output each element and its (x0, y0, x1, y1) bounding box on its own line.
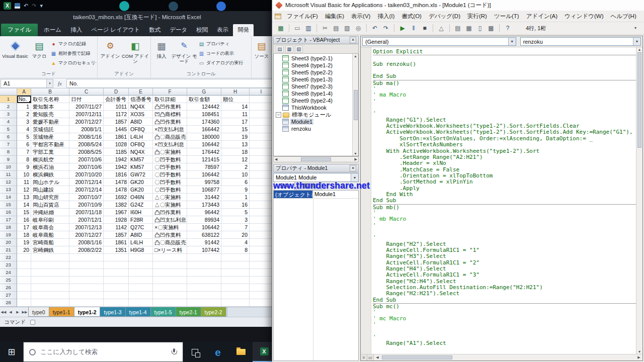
scrollbar-thumb[interactable] (382, 355, 452, 359)
tree-item[interactable]: Module1 (274, 118, 352, 125)
vba-menu-item[interactable]: 書式(O) (398, 11, 425, 22)
tree-expander-icon[interactable]: − (276, 112, 281, 118)
relative-reference-button[interactable]: ▦ 相対参照で記録 (49, 49, 96, 58)
cell[interactable]: XO3S (129, 111, 153, 118)
cell[interactable] (250, 284, 273, 292)
scroll-up-icon[interactable]: ▲ (638, 48, 641, 51)
reset-icon[interactable]: ■ (420, 24, 430, 33)
cell[interactable]: 1351 (104, 246, 129, 254)
cell[interactable]: 凸凹作業料 (153, 209, 187, 216)
cell[interactable]: 岐阜商会 (31, 224, 69, 231)
cell[interactable] (250, 246, 273, 254)
cell[interactable] (17, 292, 31, 299)
procedure-dropdown[interactable]: renzoku ▼ (520, 37, 641, 46)
cell[interactable]: □×リース料 (153, 246, 187, 254)
row-header-20[interactable]: 20 (0, 239, 17, 246)
cell[interactable]: 99758 (187, 178, 221, 186)
cell[interactable] (250, 133, 273, 141)
row-header-7[interactable]: 7 (0, 141, 17, 148)
cell[interactable]: 2007/10/6 (69, 156, 104, 163)
column-header-A[interactable]: A (17, 88, 31, 96)
tree-item[interactable]: Sheet5 (type2-2) (274, 69, 352, 76)
row-header-11[interactable]: 11 (0, 171, 17, 178)
column-header-E[interactable]: E (129, 88, 153, 96)
scroll-down-icon[interactable]: ▼ (354, 152, 357, 155)
cell[interactable]: 横浜航空 (31, 156, 69, 163)
ribbon-tab[interactable]: ファイル (1, 24, 38, 36)
find-icon[interactable]: ◎ (353, 24, 363, 33)
vba-menu-item[interactable]: 表示(V) (348, 11, 374, 22)
cell[interactable]: 14 (221, 103, 250, 111)
cell[interactable] (250, 231, 273, 239)
cell[interactable]: 3 (221, 216, 250, 224)
row-header-22[interactable]: 22 (0, 254, 17, 261)
cell[interactable] (250, 261, 273, 269)
cell[interactable]: 宇部工業 (31, 148, 69, 156)
cell[interactable]: A8ID (129, 231, 153, 239)
cell[interactable]: 11 (221, 111, 250, 118)
macro-security-button[interactable]: ▲ マクロのセキュリティ (49, 58, 96, 68)
cell[interactable]: 107442 (187, 246, 221, 254)
cell[interactable] (250, 163, 273, 171)
cell[interactable]: 17 (221, 118, 250, 126)
row-header-13[interactable]: 13 (0, 186, 17, 194)
cell[interactable] (129, 277, 153, 284)
sheet-tab-type1-1[interactable]: type1-1 (49, 307, 74, 317)
object-dropdown[interactable]: (General) ▼ (362, 37, 516, 46)
select-all-corner[interactable] (0, 88, 17, 96)
next-sheet-icon[interactable]: ▶ (14, 307, 21, 317)
cell[interactable] (153, 261, 187, 269)
project-tree-vertical-scrollbar[interactable]: ▲ ▼ (352, 54, 358, 156)
previous-sheet-icon[interactable]: ◀ (7, 307, 14, 317)
cell[interactable]: 愛媛不動産 (31, 118, 69, 126)
chevron-down-icon[interactable]: ▼ (633, 38, 640, 45)
cell[interactable] (250, 194, 273, 201)
column-header-F[interactable]: F (153, 88, 187, 96)
insert-userform-icon[interactable]: ▭ (292, 24, 302, 33)
cell[interactable] (250, 239, 273, 246)
row-header-12[interactable]: 12 (0, 178, 17, 186)
cell[interactable] (250, 292, 273, 299)
close-icon[interactable]: ✕ (350, 37, 356, 43)
properties-window-icon[interactable]: ▦ (464, 24, 474, 33)
tree-item[interactable]: Sheet7 (type2-3) (274, 83, 352, 90)
cell[interactable]: 会計番号 (104, 96, 129, 103)
code-vertical-scrollbar[interactable]: ▲ ▼ (636, 47, 642, 354)
cell[interactable]: 日付 (69, 96, 104, 103)
code-horizontal-scrollbar[interactable]: ≡ ▭ ◀ ▶ (361, 354, 642, 360)
cell[interactable] (31, 284, 69, 292)
addins-button[interactable]: ⚙ アドイン (99, 37, 122, 70)
tree-item[interactable]: Sheet8 (type1-4) (274, 90, 352, 97)
cell[interactable] (31, 292, 69, 299)
cell[interactable] (69, 269, 104, 277)
cell[interactable]: 2007/11/27 (69, 103, 104, 111)
cell[interactable]: 取引金額 (187, 96, 221, 103)
cell[interactable]: 10 (221, 171, 250, 178)
cell[interactable]: 2007/12/1 (69, 216, 104, 224)
edge-button[interactable]: e (206, 342, 229, 362)
cell[interactable]: 2 (221, 163, 250, 171)
undo-icon[interactable]: ↶ (370, 24, 380, 33)
cell[interactable]: O46N (129, 194, 153, 201)
cell[interactable]: 〇凹手数料 (153, 171, 187, 178)
cell[interactable]: 岡山百貨店 (31, 201, 69, 209)
cell[interactable]: 岡山研究所 (31, 194, 69, 201)
record-macro-button[interactable]: ● マクロの記録 (49, 39, 96, 49)
cell[interactable] (187, 261, 221, 269)
design-mode-button[interactable]: ✎ デザイン モード (171, 37, 197, 70)
ribbon-tab[interactable]: 数式 (144, 24, 165, 36)
cell[interactable] (250, 178, 273, 186)
cell[interactable]: 岡山ホテル (31, 178, 69, 186)
column-header-I[interactable]: I (250, 88, 273, 96)
cell[interactable]: 〇凹手数料 (153, 178, 187, 186)
ribbon-tab[interactable]: 挿入 (66, 24, 87, 36)
cell[interactable]: 1478 (104, 186, 129, 194)
cell[interactable] (104, 284, 129, 292)
scrollbar-thumb[interactable] (637, 52, 641, 148)
cell[interactable]: 茨城物産 (31, 133, 69, 141)
cell[interactable] (69, 277, 104, 284)
cell[interactable]: 1 (17, 103, 31, 111)
cell[interactable]: 2008/5/25 (69, 148, 104, 156)
row-header-17[interactable]: 17 (0, 216, 17, 224)
cell[interactable] (250, 141, 273, 148)
